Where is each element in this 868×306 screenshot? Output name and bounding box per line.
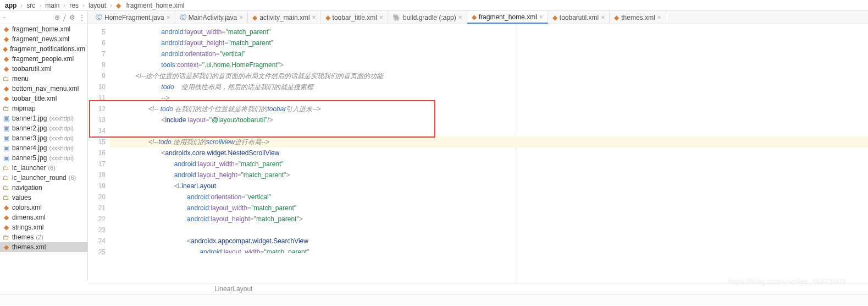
breadcrumb-item[interactable]: main — [43, 1, 61, 10]
gear-icon[interactable]: ⚙ — [69, 14, 75, 21]
tree-item[interactable]: 🗀ic_launcher_round (6) — [0, 173, 87, 183]
chevron-right-icon: › — [110, 2, 112, 9]
editor-tab[interactable]: Ⓒ MainActivity.java × — [175, 11, 248, 24]
chevron-right-icon: › — [20, 2, 23, 9]
tree-item[interactable]: ◆toobarutil.xml — [0, 64, 87, 74]
tree-item[interactable]: ◆bottom_nav_menu.xml — [0, 84, 87, 94]
close-icon[interactable]: × — [539, 13, 543, 21]
code-content[interactable]: android:layout_width="match_parent" andr… — [110, 24, 868, 283]
breadcrumb-item[interactable]: ◆ fragment_home.xml — [114, 1, 186, 10]
tree-item[interactable]: ◆dimens.xml — [0, 212, 87, 222]
code-area[interactable]: 5678910111213141516171819202122232425 an… — [88, 24, 868, 283]
editor-tab[interactable]: ◆ fragment_home.xml × — [467, 11, 548, 24]
target-icon[interactable]: ⊕ — [54, 14, 60, 21]
editor-tab[interactable]: ◆ toobar_title.xml × — [321, 11, 388, 24]
tree-item[interactable]: ▣banner5.jpg (xxxhdpi) — [0, 153, 87, 163]
editor: 5678910111213141516171819202122232425 an… — [88, 24, 868, 294]
breadcrumb-item[interactable]: layout — [87, 1, 108, 10]
chevron-right-icon: › — [39, 2, 41, 9]
tree-item[interactable]: ◆fragment_people.xml — [0, 54, 87, 64]
line-gutter: 5678910111213141516171819202122232425 — [88, 24, 110, 283]
divide-icon[interactable]: ⧸ — [63, 14, 66, 21]
status-bar — [0, 294, 868, 306]
editor-tab[interactable]: 🐘 build.gradle (:app) × — [388, 11, 467, 24]
breadcrumb-item[interactable]: res — [68, 1, 80, 10]
tree-item[interactable]: ◆themes.xml — [0, 242, 87, 252]
tree-item[interactable]: 🗀themes (2) — [0, 232, 87, 242]
breadcrumb: app › src › main › res › layout › ◆ frag… — [0, 0, 868, 11]
tree-item[interactable]: ▣banner4.jpg (xxxhdpi) — [0, 143, 87, 153]
tree-item[interactable]: ◆fragment_notifications.xm — [0, 44, 87, 54]
editor-tab[interactable]: ◆ activity_main.xml × — [248, 11, 320, 24]
tree-item[interactable]: ◆toobar_title.xml — [0, 94, 87, 103]
project-tree[interactable]: ◆fragment_home.xml◆fragment_news.xml◆fra… — [0, 24, 88, 281]
tree-item[interactable]: 🗀navigation — [0, 183, 87, 193]
tree-item[interactable]: ◆strings.xml — [0, 222, 87, 232]
project-toolbar: − ⊕ ⧸ ⚙ ⋮ — [0, 11, 88, 24]
tree-item[interactable]: ▣banner1.jpg (xxxhdpi) — [0, 113, 87, 123]
more-icon[interactable]: ⋮ — [79, 14, 85, 21]
close-icon[interactable]: × — [601, 14, 605, 21]
tree-item[interactable]: ▣banner2.jpg (xxxhdpi) — [0, 123, 87, 133]
close-icon[interactable]: × — [239, 14, 243, 21]
editor-tab[interactable]: ◆ themes.xml × — [610, 11, 666, 24]
editor-tabs: Ⓒ HomeFragment.java ×Ⓒ MainActivity.java… — [88, 11, 868, 24]
close-icon[interactable]: × — [657, 14, 661, 21]
chevron-right-icon: › — [82, 2, 85, 9]
breadcrumb-item[interactable]: src — [25, 1, 37, 10]
editor-tab[interactable]: Ⓒ HomeFragment.java × — [91, 11, 175, 24]
tree-item[interactable]: ▣banner3.jpg (xxxhdpi) — [0, 133, 87, 143]
tree-item[interactable]: ◆fragment_home.xml — [0, 24, 87, 34]
chevron-right-icon: › — [63, 2, 65, 9]
tree-item[interactable]: ◆colors.xml — [0, 203, 87, 212]
breadcrumb-item[interactable]: app — [3, 1, 18, 10]
tree-item[interactable]: 🗀values — [0, 193, 87, 203]
editor-tab[interactable]: ◆ toobarutil.xml × — [548, 11, 610, 24]
close-icon[interactable]: × — [167, 14, 170, 21]
close-icon[interactable]: × — [458, 14, 462, 21]
collapse-icon[interactable]: − — [2, 14, 6, 21]
tree-item[interactable]: 🗀ic_launcher (6) — [0, 163, 87, 173]
structure-breadcrumb[interactable]: LinearLayout — [88, 283, 868, 294]
close-icon[interactable]: × — [379, 14, 383, 21]
tree-item[interactable]: 🗀mipmap — [0, 103, 87, 113]
close-icon[interactable]: × — [312, 14, 316, 21]
tree-item[interactable]: 🗀menu — [0, 74, 87, 84]
tree-item[interactable]: ◆fragment_news.xml — [0, 34, 87, 44]
